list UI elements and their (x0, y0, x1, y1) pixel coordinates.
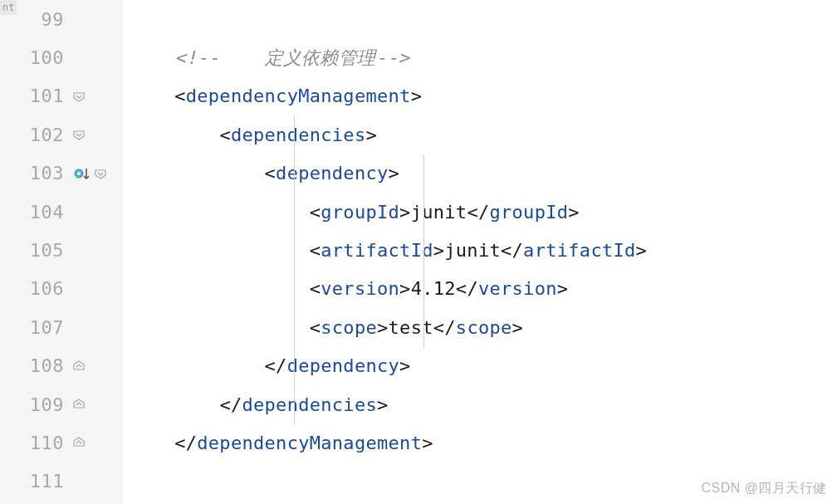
xml-bracket: </ (174, 433, 197, 453)
indent-guide (423, 154, 424, 347)
gutter-row: 99 (0, 0, 123, 38)
code-line[interactable]: <groupId>junit</groupId> (123, 193, 837, 231)
line-number[interactable]: 110 (0, 433, 71, 453)
gutter-icons (71, 398, 123, 411)
indent (130, 317, 310, 338)
code-line[interactable]: <!-- 定义依赖管理--> (123, 38, 837, 76)
gutter-row: 101 (0, 77, 123, 115)
xml-bracket: > (433, 240, 445, 261)
gutter-row: 102 (0, 115, 123, 154)
xml-tag: groupId (489, 202, 568, 223)
xml-tag: dependencyManagement (197, 433, 422, 453)
indent (130, 355, 265, 376)
fold-close-icon[interactable] (72, 436, 86, 449)
svg-point-1 (77, 172, 81, 175)
xml-bracket: > (389, 163, 400, 183)
xml-bracket: > (512, 317, 524, 338)
xml-text: test (389, 317, 433, 338)
xml-tag: version (478, 278, 557, 299)
fold-close-icon[interactable] (72, 398, 86, 411)
gutter-row: 111 (0, 462, 123, 501)
fold-open-icon[interactable] (94, 167, 107, 180)
xml-tag: artifactId (321, 240, 433, 261)
xml-tag: dependency (276, 163, 388, 183)
xml-bracket: < (174, 86, 186, 106)
code-line[interactable]: </dependency> (123, 347, 837, 385)
indent (130, 278, 310, 299)
xml-text: junit (411, 202, 467, 223)
line-number[interactable]: 100 (0, 47, 71, 68)
code-line[interactable]: <dependency> (123, 154, 837, 193)
gutter-icons (71, 360, 123, 373)
xml-bracket: > (568, 202, 580, 223)
indent (130, 47, 174, 68)
line-number[interactable]: 111 (0, 471, 71, 492)
xml-tag: dependencyManagement (186, 86, 411, 106)
xml-bracket: > (399, 278, 411, 299)
xml-bracket: > (411, 86, 423, 106)
gutter-icons (71, 436, 123, 449)
fold-open-icon[interactable] (72, 90, 86, 103)
indent (130, 125, 219, 145)
xml-tag: dependencies (231, 125, 366, 145)
xml-bracket: > (422, 433, 433, 453)
xml-bracket: </ (265, 355, 287, 376)
xml-tag: dependency (287, 355, 399, 376)
xml-text: junit (444, 240, 501, 261)
line-number[interactable]: 107 (0, 317, 71, 338)
xml-bracket: < (265, 163, 277, 183)
indent (130, 163, 265, 183)
gutter-row: 107 (0, 308, 123, 346)
xml-bracket: </ (501, 240, 523, 261)
xml-comment: <!-- 定义依赖管理--> (174, 46, 409, 71)
xml-bracket: < (310, 240, 321, 261)
indent (130, 433, 174, 453)
xml-bracket: > (377, 394, 389, 415)
line-number[interactable]: 105 (0, 240, 71, 261)
xml-tag: scope (321, 317, 377, 338)
fold-open-icon[interactable] (72, 128, 86, 141)
gutter-row: 106 (0, 270, 123, 308)
code-line[interactable]: <dependencyManagement> (123, 77, 837, 115)
gutter-row: 109 (0, 385, 123, 423)
xml-bracket: </ (433, 317, 456, 338)
gutter-row: 108 (0, 347, 123, 385)
xml-bracket: </ (467, 202, 489, 223)
gutter-row: 100 (0, 38, 123, 76)
line-number[interactable]: 103 (0, 163, 71, 183)
xml-bracket: > (399, 202, 411, 223)
line-number[interactable]: 102 (0, 125, 71, 145)
code-line[interactable]: <dependencies> (123, 115, 837, 154)
xml-bracket: </ (456, 278, 478, 299)
xml-bracket: > (557, 278, 569, 299)
indent (130, 240, 310, 261)
indent-guide (294, 115, 295, 424)
line-number[interactable]: 101 (0, 86, 71, 106)
xml-tag: artifactId (523, 240, 635, 261)
line-number[interactable]: 106 (0, 278, 71, 299)
watermark: CSDN @四月天行健 (701, 480, 827, 497)
line-number[interactable]: 108 (0, 355, 71, 376)
xml-bracket: > (365, 125, 377, 145)
editor-tab-fragment: nt (0, 0, 17, 15)
gutter-row: 104 (0, 193, 123, 231)
fold-close-icon[interactable] (72, 360, 86, 373)
code-line[interactable]: </dependencies> (123, 385, 837, 423)
code-line[interactable] (123, 0, 837, 38)
code-line[interactable]: <scope>test</scope> (123, 308, 837, 346)
xml-bracket: > (636, 240, 648, 261)
xml-bracket: < (310, 202, 321, 223)
line-number[interactable]: 109 (0, 394, 71, 415)
code-line[interactable]: </dependencyManagement> (123, 423, 837, 462)
code-editor: 99100101102103104105106107108109110111 <… (0, 0, 837, 504)
xml-bracket: < (219, 125, 231, 145)
gutter-row: 103 (0, 154, 123, 193)
code-line[interactable]: <artifactId>junit</artifactId> (123, 231, 837, 269)
xml-bracket: > (377, 317, 389, 338)
gutter-row: 110 (0, 423, 123, 462)
line-number[interactable]: 104 (0, 202, 71, 223)
code-area[interactable]: <!-- 定义依赖管理--> <dependencyManagement> <d… (123, 0, 837, 504)
reorder-icon[interactable] (72, 164, 91, 183)
code-line[interactable]: <version>4.12</version> (123, 270, 837, 308)
xml-tag: scope (456, 317, 512, 338)
